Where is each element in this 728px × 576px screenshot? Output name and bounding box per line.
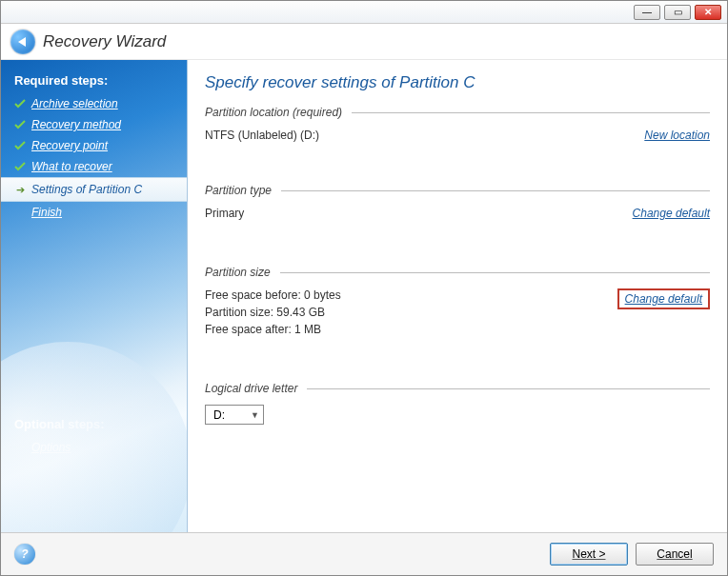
back-button[interactable] xyxy=(10,30,35,54)
sidebar-item-label: Options xyxy=(31,441,71,454)
wizard-title: Recovery Wizard xyxy=(43,32,166,51)
drive-letter-select[interactable]: D: ▼ xyxy=(205,405,264,425)
check-icon xyxy=(14,140,26,151)
partition-location-value: NTFS (Unlabeled) (D:) xyxy=(205,129,319,142)
recovery-wizard-window: — ▭ ✕ Recovery Wizard Required steps: Ar… xyxy=(0,0,728,576)
next-button[interactable]: Next > xyxy=(550,543,628,566)
footer: ? Next > Cancel xyxy=(1,532,727,575)
partition-type-value: Primary xyxy=(205,207,244,220)
help-button[interactable]: ? xyxy=(14,544,35,565)
change-default-type-link[interactable]: Change default xyxy=(633,207,710,220)
sidebar-item-finish[interactable]: Finish xyxy=(1,202,187,223)
optional-steps-heading: Optional steps: xyxy=(1,413,187,437)
sidebar-item-label: Archive selection xyxy=(31,97,118,110)
section-heading: Partition size xyxy=(205,266,271,279)
divider xyxy=(307,388,710,389)
close-button[interactable]: ✕ xyxy=(695,5,721,20)
sidebar-item-options[interactable]: Options xyxy=(1,437,187,458)
change-default-size-link[interactable]: Change default xyxy=(617,288,710,309)
sidebar-item-settings-partition-c[interactable]: ➔ Settings of Partition C xyxy=(1,177,187,202)
minimize-button[interactable]: — xyxy=(634,5,660,20)
section-heading: Partition location (required) xyxy=(205,106,342,119)
sidebar-item-recovery-point[interactable]: Recovery point xyxy=(1,135,187,156)
required-steps-heading: Required steps: xyxy=(1,70,187,93)
check-icon xyxy=(14,161,26,172)
section-logical-drive-letter: Logical drive letter D: ▼ xyxy=(205,382,710,425)
drive-letter-value: D: xyxy=(213,408,225,422)
body: Required steps: Archive selection Recove… xyxy=(1,60,727,532)
divider xyxy=(281,190,710,191)
sidebar-item-what-to-recover[interactable]: What to recover xyxy=(1,156,187,177)
check-icon xyxy=(14,119,26,130)
cancel-button[interactable]: Cancel xyxy=(636,543,714,566)
maximize-button[interactable]: ▭ xyxy=(664,5,691,20)
current-step-icon: ➔ xyxy=(14,184,26,196)
sidebar-item-label: Recovery method xyxy=(31,118,121,131)
header: Recovery Wizard xyxy=(1,24,727,60)
page-title: Specify recover settings of Partition C xyxy=(205,73,710,92)
section-partition-size: Partition size Free space before: 0 byte… xyxy=(205,266,710,336)
sidebar: Required steps: Archive selection Recove… xyxy=(1,60,188,532)
sidebar-item-archive-selection[interactable]: Archive selection xyxy=(1,93,187,114)
help-icon: ? xyxy=(21,547,28,561)
free-space-after: Free space after: 1 MB xyxy=(205,323,341,336)
free-space-before: Free space before: 0 bytes xyxy=(205,288,341,302)
new-location-link[interactable]: New location xyxy=(644,129,710,142)
section-partition-type: Partition type Primary Change default xyxy=(205,184,710,220)
section-heading: Partition type xyxy=(205,184,272,197)
sidebar-item-label: What to recover xyxy=(31,160,112,173)
chevron-down-icon: ▼ xyxy=(251,410,259,420)
back-arrow-icon xyxy=(18,37,26,47)
divider xyxy=(352,112,710,113)
divider xyxy=(280,272,710,273)
check-icon xyxy=(14,98,26,109)
partition-size: Partition size: 59.43 GB xyxy=(205,306,341,319)
titlebar: — ▭ ✕ xyxy=(1,1,727,24)
sidebar-item-label: Recovery point xyxy=(31,139,108,152)
sidebar-item-recovery-method[interactable]: Recovery method xyxy=(1,114,187,135)
section-heading: Logical drive letter xyxy=(205,382,297,395)
sidebar-item-label: Finish xyxy=(31,206,62,219)
section-partition-location: Partition location (required) NTFS (Unla… xyxy=(205,106,710,142)
sidebar-item-label: Settings of Partition C xyxy=(31,183,142,196)
content: Specify recover settings of Partition C … xyxy=(188,60,727,532)
